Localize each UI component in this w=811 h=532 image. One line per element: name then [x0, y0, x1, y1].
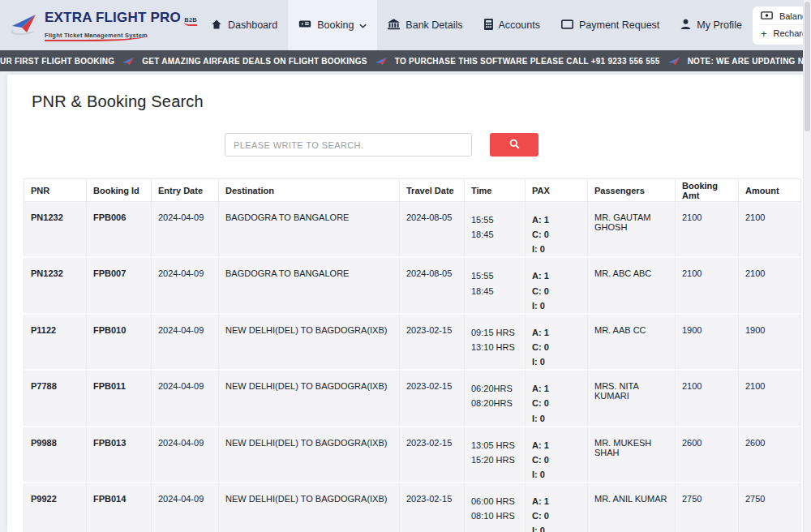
nav-label: Booking — [317, 19, 354, 31]
cell-pnr: PN1232 — [24, 202, 87, 258]
column-header: Time — [465, 179, 526, 202]
nav-label: Dashboard — [228, 19, 277, 31]
nav-label: Bank Details — [406, 19, 462, 31]
cell-pax: A: 1 C: 0 I: 0 — [526, 427, 588, 483]
ticket-icon — [298, 19, 311, 32]
cell-booking-id: FPB014 — [87, 483, 152, 532]
bank-icon — [388, 19, 400, 32]
cell-pnr: P9922 — [24, 483, 87, 532]
cell-travel-date: 2023-02-15 — [400, 370, 465, 426]
nav-item-dashboard[interactable]: Dashboard — [200, 0, 288, 50]
cell-destination: NEW DELHI(DEL) TO BAGDOGRA(IXB) — [219, 370, 400, 426]
window-scrollbar — [803, 0, 811, 532]
table-row: P1122 FPB010 2024-04-09 NEW DELHI(DEL) T… — [24, 314, 801, 370]
cell-entry-date: 2024-04-09 — [152, 483, 219, 532]
search-icon — [509, 139, 520, 152]
cell-booking-amt: 2100 — [676, 257, 739, 313]
search-button[interactable] — [490, 133, 539, 157]
column-header: Entry Date — [152, 179, 219, 202]
nav-item-booking[interactable]: Booking — [288, 0, 377, 50]
cell-destination: BAGDOGRA TO BANGALORE — [219, 202, 400, 258]
cell-pnr: P1122 — [24, 314, 87, 370]
cell-travel-date: 2023-02-15 — [400, 314, 465, 370]
ticker-item: GET AMAZING AIRFARE DEALS ON FLIGHT BOOK… — [142, 57, 394, 66]
column-header: Booking Id — [87, 179, 152, 202]
plus-icon: + — [761, 28, 767, 40]
cell-entry-date: 2024-04-09 — [152, 370, 219, 426]
column-header: PNR — [24, 179, 87, 202]
table-header-row: PNRBooking IdEntry DateDestinationTravel… — [24, 179, 801, 202]
cell-entry-date: 2024-04-09 — [152, 202, 219, 258]
page-title: PNR & Booking Search — [17, 92, 794, 111]
scrollbar-thumb[interactable] — [805, 2, 810, 131]
cell-passengers: MR. MUKESH SHAH — [588, 427, 676, 483]
table-row: P7788 FPB011 2024-04-09 NEW DELHI(DEL) T… — [24, 370, 801, 426]
cell-amount: 2750 — [739, 483, 801, 532]
nav-item-payment-request[interactable]: Payment Request — [551, 0, 670, 50]
nav-item-my-profile[interactable]: My Profile — [670, 0, 753, 50]
nav-item-bank-details[interactable]: Bank Details — [377, 0, 473, 50]
page-body: PNR & Booking Search PNRBooking — [0, 71, 811, 532]
cell-travel-date: 2023-02-15 — [400, 427, 465, 483]
column-header: Destination — [219, 179, 400, 202]
cell-pax: A: 1 C: 0 I: 0 — [526, 370, 588, 426]
cell-pax: A: 1 C: 0 I: 0 — [526, 202, 588, 258]
cell-pnr: PN1232 — [24, 257, 87, 313]
table-row: P9922 FPB014 2024-04-09 NEW DELHI(DEL) T… — [24, 483, 801, 532]
chevron-down-icon — [359, 19, 367, 31]
cell-booking-amt: 2750 — [676, 483, 739, 532]
cell-amount: 2100 — [739, 202, 801, 258]
cell-booking-id: FPB013 — [87, 427, 152, 483]
calculator-icon — [484, 19, 493, 32]
user-icon — [680, 19, 691, 32]
cell-pax: A: 1 C: 0 I: 0 — [526, 257, 588, 313]
cell-destination: BAGDOGRA TO BANGALORE — [219, 257, 400, 313]
ticker-item: TO PURCHASE THIS SOFTWARE PLEASE CALL +9… — [395, 57, 688, 66]
nav-label: Payment Request — [579, 19, 659, 31]
cell-travel-date: 2024-08-05 — [400, 202, 465, 258]
cell-passengers: MR. GAUTAM GHOSH — [588, 202, 676, 258]
cell-amount: 2600 — [739, 427, 801, 483]
cell-time: 15:55 18:45 — [465, 202, 526, 258]
cell-booking-amt: 2100 — [676, 370, 739, 426]
cell-time: 06:20HRS 08:20HRS — [465, 370, 526, 426]
cell-entry-date: 2024-04-09 — [152, 257, 219, 313]
cell-pnr: P7788 — [24, 370, 87, 426]
column-header: Booking Amt — [676, 179, 739, 202]
cell-pax: A: 1 C: 0 I: 0 — [526, 483, 588, 532]
cell-travel-date: 2024-08-05 — [400, 257, 465, 313]
cell-booking-id: FPB007 — [87, 257, 152, 313]
cell-destination: NEW DELHI(DEL) TO BAGDOGRA(IXB) — [219, 483, 400, 532]
cell-entry-date: 2024-04-09 — [152, 427, 219, 483]
cell-booking-id: FPB010 — [87, 314, 152, 370]
cell-entry-date: 2024-04-09 — [152, 314, 219, 370]
main-nav: Dashboard Booking Bank Details Accounts — [200, 0, 753, 50]
cell-booking-amt: 1900 — [676, 314, 739, 370]
search-bar — [225, 133, 794, 157]
cell-amount: 1900 — [739, 314, 801, 370]
content-card: PNR & Booking Search PNRBooking — [7, 75, 804, 532]
bookings-table: PNRBooking IdEntry DateDestinationTravel… — [24, 178, 801, 532]
cell-passengers: MR. AAB CC — [588, 314, 676, 370]
cell-booking-amt: 2100 — [676, 202, 739, 258]
column-header: Amount — [739, 179, 801, 202]
cell-booking-id: FPB006 — [87, 202, 152, 258]
ticker-track: UR FIRST FLIGHT BOOKING GET AMAZING AIRF… — [0, 57, 811, 66]
bookings-table-wrap: PNRBooking IdEntry DateDestinationTravel… — [24, 178, 787, 532]
column-header: PAX — [526, 179, 588, 202]
cell-destination: NEW DELHI(DEL) TO BAGDOGRA(IXB) — [219, 314, 400, 370]
home-icon — [211, 19, 222, 32]
cell-time: 06:00 HRS 08:10 HRS — [465, 483, 526, 532]
plane-icon — [122, 57, 135, 66]
nav-label: My Profile — [697, 19, 742, 31]
search-input[interactable] — [225, 133, 472, 157]
ticker-text: UR FIRST FLIGHT BOOKING — [0, 57, 114, 66]
table-row: P9988 FPB013 2024-04-09 NEW DELHI(DEL) T… — [24, 427, 801, 483]
nav-item-accounts[interactable]: Accounts — [474, 0, 551, 50]
brand-logo[interactable]: EXTRA FLIGHT PRO B2B Flight Ticket Manag… — [10, 10, 200, 41]
top-navbar: EXTRA FLIGHT PRO B2B Flight Ticket Manag… — [0, 0, 811, 50]
cell-amount: 2100 — [739, 370, 801, 426]
paper-plane-logo-icon — [10, 12, 39, 38]
cell-passengers: MR. ABC ABC — [588, 257, 676, 313]
cell-time: 13:05 HRS 15:20 HRS — [465, 427, 526, 483]
